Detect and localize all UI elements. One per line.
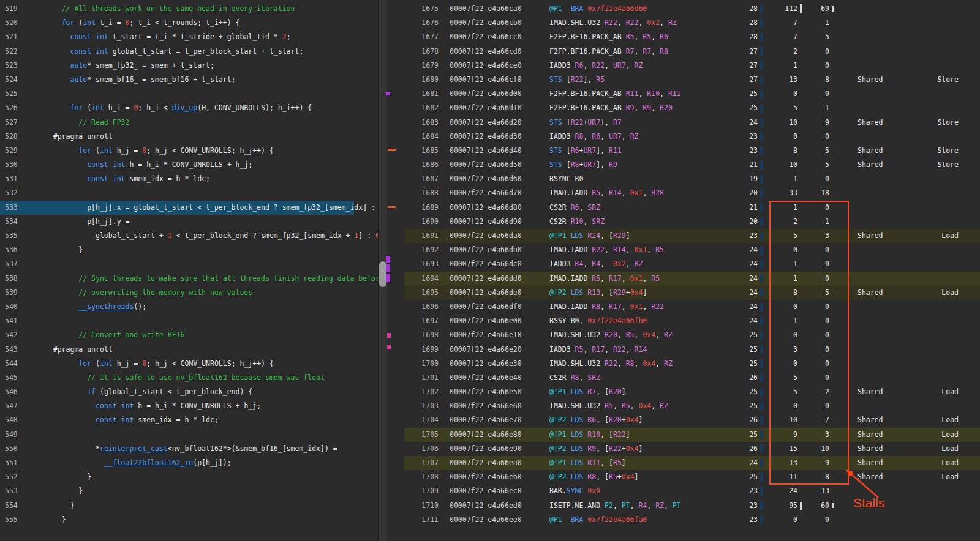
sass-row[interactable]: ·169300007f22 e4a66dc0IADD3 R4, R4, -0x2… xyxy=(404,257,980,271)
source-line[interactable]: 519 // All threads work on the same head… xyxy=(0,2,378,16)
sass-row[interactable]: 168900007f22 e4a66d80CS2R R6, SRZ2110 xyxy=(404,201,980,215)
sass-instruction-text: F2FP.BF16.PACK_AB R7, R7, R8 xyxy=(549,45,668,59)
sass-row[interactable]: ·168200007f22 e4a66d10F2FP.BF16.PACK_AB … xyxy=(404,101,980,115)
line-number: 544 xyxy=(5,359,18,368)
source-line[interactable]: 526 for (int h_i = 0; h_i < div_up(H, CO… xyxy=(0,101,378,115)
sass-row[interactable]: ·168300007f22 e4a66d20STS [R22+UR7], R72… xyxy=(404,116,980,130)
source-line[interactable]: 546 if (global_t_start < t_per_block_end… xyxy=(0,385,378,399)
sass-row[interactable]: 168400007f22 e4a66d30IADD3 R8, R6, UR7, … xyxy=(404,130,980,144)
source-line[interactable]: 529 for (int h_j = 0; h_j < CONV_UNROLLS… xyxy=(0,144,378,158)
sass-row[interactable]: ·167600007f22 e4a66cb0IMAD.SHL.U32 R22, … xyxy=(404,16,980,30)
source-line[interactable]: 553 } xyxy=(0,484,378,498)
sass-instruction-text: STS [R22+UR7], R7 xyxy=(549,116,622,130)
sass-instruction-text: @P1 BRA 0x7f22e4a66d60 xyxy=(549,2,647,16)
stall-samples-value: 7 xyxy=(766,30,797,44)
source-line[interactable]: 541 xyxy=(0,314,378,328)
source-line[interactable]: 535 global_t_start + 1 < t_per_block_end… xyxy=(0,229,378,243)
source-line[interactable]: 547 const int h = h_i * CONV_UNROLLS + h… xyxy=(0,399,378,413)
code-token xyxy=(53,160,87,169)
source-line[interactable]: 527 // Read FP32 xyxy=(0,116,378,130)
source-line[interactable]: 523 auto* smem_fp32_ = smem + t_start; xyxy=(0,59,378,73)
source-line[interactable]: 543#pragma unroll xyxy=(0,343,378,357)
code-token: , xyxy=(613,401,622,410)
sass-row[interactable]: 169200007f22 e4a66db0IMAD.IADD R22, R14,… xyxy=(404,243,980,257)
sass-row[interactable]: ·169900007f22 e4a66e20IADD3 R5, R17, R22… xyxy=(404,343,980,357)
source-line[interactable]: 540 __syncthreads(); xyxy=(0,300,378,314)
source-line[interactable]: 555 } xyxy=(0,513,378,527)
sass-row[interactable]: ·170200007f22 e4a66e50@!P1 LDS R7, [R20]… xyxy=(404,385,980,399)
code-token: ], xyxy=(600,118,613,127)
source-line[interactable]: 549 xyxy=(0,428,378,442)
source-line[interactable]: 545 // It is safe to use nv_bfloat162 be… xyxy=(0,371,378,385)
sass-row[interactable]: 167900007f22 e4a66ce0IADD3 R6, R22, UR7,… xyxy=(404,59,980,73)
source-line[interactable]: 532 xyxy=(0,186,378,200)
source-line[interactable]: 539 // overwriting the memory with new v… xyxy=(0,286,378,300)
source-line[interactable]: 537 xyxy=(0,257,378,271)
source-line[interactable]: 554 } xyxy=(0,499,378,513)
sass-row[interactable]: 168100007f22 e4a66d00F2FP.BF16.PACK_AB R… xyxy=(404,87,980,101)
sass-row[interactable]: 167800007f22 e4a66cd0F2FP.BF16.PACK_AB R… xyxy=(404,45,980,59)
code-token xyxy=(571,132,575,141)
source-line[interactable]: 528#pragma unroll xyxy=(0,130,378,144)
code-token xyxy=(53,387,87,396)
sass-row[interactable]: ·168800007f22 e4a66d70IMAD.IADD R5, R14,… xyxy=(404,186,980,200)
source-line[interactable]: 550 *reinterpret_cast<nv_bfloat162*>(&sm… xyxy=(0,442,378,456)
sass-row[interactable]: 167500007f22 e4a66ca0@P1 BRA 0x7f22e4a66… xyxy=(404,2,980,16)
source-line[interactable]: 530 const int h = h_i * CONV_UNROLLS + h… xyxy=(0,158,378,172)
sass-row[interactable]: ·170700007f22 e4a66ea0@!P1 LDS R11, [R5]… xyxy=(404,456,980,470)
source-line[interactable]: 525 xyxy=(0,87,378,101)
sass-row[interactable]: 170000007f22 e4a66e30IMAD.SHL.U32 R22, R… xyxy=(404,357,980,371)
source-line[interactable]: 542 // Convert and write BF16 xyxy=(0,328,378,342)
source-line[interactable]: 534 p[h_j].y =Load xyxy=(0,215,378,229)
stall-samples-value: 1 xyxy=(766,272,797,286)
live-registers-value: 19 xyxy=(692,172,758,186)
memory-space-label: Shared xyxy=(858,385,883,399)
stall-samples-value: 95 xyxy=(766,499,797,513)
source-line[interactable]: 551 __float22bfloat162_rn(p[h_j]); xyxy=(0,456,378,470)
sass-row[interactable]: ·169100007f22 e4a66da0@!P1 LDS R24, [R29… xyxy=(404,229,980,243)
stall-samples-secondary-value: 0 xyxy=(802,130,829,144)
code-token: IADD3 xyxy=(549,132,571,141)
code-token xyxy=(622,32,626,41)
code-token: 0x4 xyxy=(626,444,639,453)
sass-row[interactable]: 169400007f22 e4a66dd0IMAD.IADD R5, R17, … xyxy=(404,272,980,286)
memory-space-label: Shared xyxy=(858,229,883,243)
sass-row[interactable]: ·169000007f22 e4a66d90CS2R R10, SRZ2021 xyxy=(404,215,980,229)
source-line[interactable]: 538 // Sync threads to make sure that al… xyxy=(0,272,378,286)
sass-row[interactable]: ·168500007f22 e4a66d40STS [R6+UR7], R112… xyxy=(404,144,980,158)
sass-row[interactable]: ·170600007f22 e4a66e90@!P2 LDS R9, [R22+… xyxy=(404,442,980,456)
sass-row[interactable]: 170300007f22 e4a66e60IMAD.SHL.U32 R5, R5… xyxy=(404,399,980,413)
source-line[interactable]: 531 const int smem_idx = h * ldc; xyxy=(0,172,378,186)
sass-row[interactable]: 169600007f22 e4a66df0IMAD.IADD R8, R17, … xyxy=(404,300,980,314)
sass-row[interactable]: 168700007f22 e4a66d60BSYNC B01910 xyxy=(404,172,980,186)
source-line[interactable]: 536 } xyxy=(0,243,378,257)
instruction-address: 00007f22 e4a66d80 xyxy=(450,201,522,215)
line-number: 1708 xyxy=(412,470,439,484)
source-line[interactable]: 544 for (int h_j = 0; h_j < CONV_UNROLLS… xyxy=(0,357,378,371)
sass-row[interactable]: ·168000007f22 e4a66cf0STS [R22], R527138… xyxy=(404,73,980,87)
sass-row[interactable]: ·171000007f22 e4a66ed0ISETP.NE.AND P2, P… xyxy=(404,499,980,513)
sass-row[interactable]: ·168600007f22 e4a66d50STS [R8+UR7], R921… xyxy=(404,158,980,172)
source-line[interactable]: 533 p[h_j].x = global_t_start < t_per_bl… xyxy=(0,201,378,215)
code-token: R5 xyxy=(651,274,660,283)
source-line[interactable]: 522 const int global_t_start = t_per_blo… xyxy=(0,45,378,59)
sass-row[interactable]: 171100007f22 e4a66ee0@P1 BRA 0x7f22e4a66… xyxy=(404,513,980,527)
sass-row[interactable]: ·170400007f22 e4a66e70@!P2 LDS R6, [R20+… xyxy=(404,413,980,427)
code-token: R5 xyxy=(626,330,635,339)
sass-row[interactable]: ·169500007f22 e4a66de0@!P2 LDS R13, [R29… xyxy=(404,286,980,300)
source-line[interactable]: 552 } xyxy=(0,470,378,484)
live-registers-value: 26 xyxy=(692,371,758,385)
instruction-address: 00007f22 e4a66e50 xyxy=(450,385,522,399)
sass-row[interactable]: ·170500007f22 e4a66e80@!P1 LDS R10, [R22… xyxy=(404,428,980,442)
sass-row[interactable]: ·167700007f22 e4a66cc0F2FP.BF16.PACK_AB … xyxy=(404,30,980,44)
source-line[interactable]: 520 for (int t_i = 0; t_i < t_rounds; t_… xyxy=(0,16,378,30)
sass-row[interactable]: ·169700007f22 e4a66e00BSSY B0, 0x7f22e4a… xyxy=(404,314,980,328)
source-line[interactable]: 521 const int t_start = t_i * t_stride +… xyxy=(0,30,378,44)
sass-row[interactable]: ·170900007f22 e4a66ec0BAR.SYNC 0x0232413 xyxy=(404,484,980,498)
sass-row[interactable]: ·170100007f22 e4a66e40CS2R R8, SRZ2650 xyxy=(404,371,980,385)
source-line[interactable]: 524 auto* smem_bf16_ = smem_bf16 + t_sta… xyxy=(0,73,378,87)
sass-row[interactable]: 169800007f22 e4a66e10IMAD.SHL.U32 R20, R… xyxy=(404,328,980,342)
source-line[interactable]: 548 const int smem_idx = h * ldc; xyxy=(0,413,378,427)
code-token: , xyxy=(635,330,643,339)
sass-row[interactable]: 170800007f22 e4a66eb0@!P2 LDS R8, [R5+0x… xyxy=(404,470,980,484)
